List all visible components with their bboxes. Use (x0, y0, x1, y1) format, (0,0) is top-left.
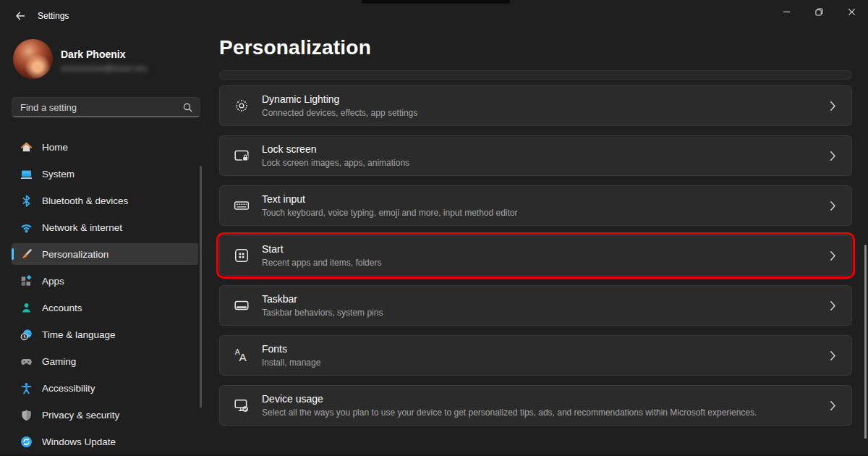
chevron-right-icon (830, 350, 836, 361)
card-subtitle: Lock screen images, apps, animations (262, 158, 830, 168)
sidebar-item-label: System (42, 169, 75, 180)
settings-card-text-input[interactable]: Text input Touch keyboard, voice typing,… (219, 185, 852, 226)
top-edge-artifact (362, 0, 510, 4)
search-input[interactable] (12, 98, 200, 117)
sidebar-item-bluetooth-devices[interactable]: Bluetooth & devices (12, 190, 198, 211)
sidebar-item-windows-update[interactable]: Windows Update (12, 431, 198, 452)
card-title: Device usage (262, 393, 830, 405)
text-input-icon (234, 198, 250, 214)
lock-screen-icon (234, 148, 250, 164)
settings-card-start[interactable]: Start Recent apps and items, folders (219, 235, 852, 276)
sidebar-item-time-language[interactable]: Time & language (12, 324, 198, 345)
chevron-right-icon (830, 200, 836, 211)
sidebar-item-label: Windows Update (42, 436, 116, 447)
minimize-icon (783, 8, 791, 16)
sidebar-item-gaming[interactable]: Gaming (12, 350, 198, 372)
dynamic-lighting-icon (234, 98, 250, 114)
search-box (12, 97, 200, 117)
card-subtitle: Taskbar behaviors, system pins (262, 308, 830, 318)
profile-email-blurred: xxxxxxxxxxx@xxxxx.xxx (61, 64, 147, 72)
sidebar-item-label: Home (42, 142, 68, 153)
accessibility-icon (20, 382, 33, 394)
sidebar-item-apps[interactable]: Apps (12, 270, 198, 292)
privacy-icon (20, 409, 33, 421)
sidebar-item-accessibility[interactable]: Accessibility (12, 377, 198, 399)
restore-button[interactable] (803, 0, 835, 24)
sidebar-item-label: Gaming (42, 356, 76, 367)
sidebar-item-label: Privacy & security (42, 410, 119, 421)
settings-card-taskbar[interactable]: Taskbar Taskbar behaviors, system pins (219, 285, 852, 326)
chevron-right-icon (830, 300, 836, 311)
device-usage-icon (234, 397, 250, 413)
sidebar-scrollbar[interactable] (200, 166, 202, 408)
chevron-right-icon (830, 101, 836, 111)
search-icon (182, 102, 193, 113)
sidebar-nav: Home System Bluetooth & devices Network … (0, 136, 210, 456)
sidebar-item-label: Bluetooth & devices (42, 195, 128, 206)
card-title: Start (262, 243, 830, 256)
accounts-icon (20, 302, 33, 314)
fonts-icon: AA (234, 347, 250, 363)
card-title: Fonts (262, 343, 830, 355)
chevron-right-icon (830, 151, 836, 161)
card-subtitle: Touch keyboard, voice typing, emoji and … (262, 208, 830, 218)
personalization-icon (20, 248, 33, 261)
svg-text:A: A (239, 351, 247, 363)
time-language-icon (20, 329, 33, 341)
taskbar-icon (234, 297, 250, 313)
card-title: Dynamic Lighting (262, 93, 830, 106)
card-title: Text input (262, 193, 830, 206)
window-controls (770, 0, 868, 24)
sidebar: Dark Phoenix xxxxxxxxxxx@xxxxx.xxx Home … (0, 0, 210, 456)
settings-card-dynamic-lighting[interactable]: Dynamic Lighting Connected devices, effe… (219, 85, 852, 126)
sidebar-item-label: Accessibility (42, 383, 95, 394)
sidebar-item-privacy-security[interactable]: Privacy & security (12, 404, 198, 426)
profile-name: Dark Phoenix (61, 48, 125, 60)
sidebar-item-personalization[interactable]: Personalization (12, 243, 198, 265)
sidebar-item-label: Time & language (42, 329, 116, 340)
sidebar-item-accounts[interactable]: Accounts (12, 297, 198, 318)
gaming-icon (20, 355, 33, 368)
sidebar-item-network-internet[interactable]: Network & internet (12, 216, 198, 238)
start-icon (234, 248, 250, 263)
sidebar-item-label: Network & internet (42, 222, 122, 233)
network-icon (20, 221, 33, 234)
minimize-button[interactable] (770, 0, 803, 24)
card-subtitle: Recent apps and items, folders (262, 258, 830, 268)
restore-icon (815, 8, 823, 16)
avatar[interactable] (13, 39, 53, 79)
system-icon (20, 168, 33, 180)
content-scrollbar[interactable] (864, 245, 867, 439)
chevron-right-icon (830, 400, 836, 411)
bluetooth-icon (20, 195, 33, 207)
sidebar-item-system[interactable]: System (12, 163, 198, 185)
sidebar-item-home[interactable]: Home (12, 136, 198, 158)
sidebar-item-label: Personalization (42, 249, 109, 260)
apps-icon (20, 275, 33, 287)
settings-card-lock-screen[interactable]: Lock screen Lock screen images, apps, an… (219, 135, 852, 176)
card-title: Taskbar (262, 293, 830, 305)
windows-update-icon (20, 436, 33, 448)
home-icon (20, 141, 33, 153)
close-button[interactable] (835, 0, 868, 24)
page-title: Personalization (219, 36, 371, 59)
sidebar-item-label: Accounts (42, 303, 82, 313)
settings-card-fonts[interactable]: AA Fonts Install, manage (219, 335, 852, 376)
settings-card-list: Dynamic Lighting Connected devices, effe… (219, 85, 852, 435)
settings-card-device-usage[interactable]: Device usage Select all the ways you pla… (219, 385, 852, 426)
close-icon (848, 8, 856, 16)
card-subtitle: Select all the ways you plan to use your… (262, 408, 830, 418)
card-subtitle: Install, manage (262, 358, 830, 368)
card-title: Lock screen (262, 143, 830, 156)
card-subtitle: Connected devices, effects, app settings (262, 108, 830, 118)
partial-card-top[interactable] (219, 70, 852, 80)
chevron-right-icon (830, 250, 836, 261)
sidebar-item-label: Apps (42, 276, 64, 287)
